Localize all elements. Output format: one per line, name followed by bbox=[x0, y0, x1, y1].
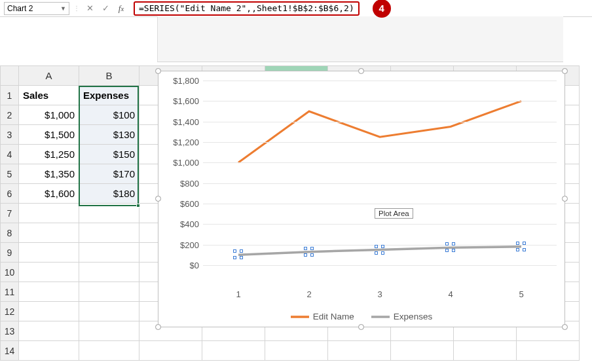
cell[interactable]: $1,350 bbox=[19, 164, 79, 184]
cell[interactable]: Expenses bbox=[79, 86, 139, 105]
legend-swatch-icon bbox=[371, 315, 390, 319]
gridline bbox=[203, 122, 557, 122]
cell[interactable]: $180 bbox=[79, 184, 139, 204]
cell[interactable] bbox=[79, 204, 139, 223]
cell[interactable] bbox=[79, 263, 139, 282]
cell[interactable]: Sales bbox=[19, 86, 79, 105]
resize-handle[interactable] bbox=[358, 68, 364, 74]
row-header[interactable]: 12 bbox=[1, 302, 19, 321]
cell[interactable] bbox=[79, 341, 139, 361]
chart-series-line[interactable] bbox=[238, 101, 521, 162]
cell[interactable]: $1,250 bbox=[19, 145, 79, 164]
cell[interactable] bbox=[19, 341, 79, 361]
gridline bbox=[203, 162, 557, 163]
cell[interactable] bbox=[265, 341, 328, 361]
y-axis-tick: $1,600 bbox=[168, 96, 199, 106]
cell[interactable]: $170 bbox=[79, 164, 139, 184]
chevron-down-icon[interactable]: ▼ bbox=[60, 5, 66, 12]
row-header[interactable]: 1 bbox=[1, 86, 19, 105]
worksheet[interactable]: ABCDEFGHI1SalesExpenses2$1,000$1003$1,50… bbox=[0, 65, 592, 364]
cell[interactable]: $1,600 bbox=[19, 184, 79, 204]
row-header[interactable]: 13 bbox=[1, 321, 19, 341]
row-header[interactable]: 8 bbox=[1, 223, 19, 243]
cell[interactable]: $1,000 bbox=[19, 105, 79, 125]
formula-input[interactable]: =SERIES("Edit Name 2",,Sheet1!$B$2:$B$6,… bbox=[134, 1, 360, 16]
resize-handle[interactable] bbox=[155, 68, 161, 74]
cell[interactable]: $100 bbox=[79, 105, 139, 125]
resize-handle[interactable] bbox=[155, 324, 161, 330]
row-header[interactable]: 9 bbox=[1, 243, 19, 263]
row-header[interactable]: 7 bbox=[1, 204, 19, 223]
gridline bbox=[203, 183, 557, 184]
column-header[interactable]: A bbox=[19, 66, 79, 86]
row-header[interactable]: 14 bbox=[1, 341, 19, 361]
data-point-marker[interactable] bbox=[377, 247, 383, 253]
cell[interactable] bbox=[79, 302, 139, 321]
cell[interactable] bbox=[328, 341, 391, 361]
y-axis-tick: $400 bbox=[168, 219, 199, 229]
resize-handle[interactable] bbox=[155, 196, 161, 202]
gridline bbox=[203, 265, 557, 266]
chart-svg bbox=[203, 81, 557, 283]
gridline bbox=[203, 204, 557, 204]
row-header[interactable]: 11 bbox=[1, 282, 19, 302]
cell[interactable] bbox=[391, 341, 454, 361]
data-point-marker[interactable] bbox=[518, 244, 525, 250]
cell[interactable] bbox=[19, 223, 79, 243]
resize-handle[interactable] bbox=[358, 324, 364, 330]
y-axis-tick: $200 bbox=[168, 240, 199, 249]
cell[interactable] bbox=[79, 243, 139, 263]
row-header[interactable]: 5 bbox=[1, 164, 19, 184]
step-badge: 4 bbox=[373, 0, 391, 18]
row-header[interactable]: 4 bbox=[1, 145, 19, 164]
cell[interactable] bbox=[454, 341, 517, 361]
x-axis-tick: 1 bbox=[236, 289, 240, 299]
row-header[interactable]: 2 bbox=[1, 105, 19, 125]
cell[interactable] bbox=[19, 282, 79, 302]
legend-swatch-icon bbox=[291, 315, 309, 319]
gridline bbox=[203, 245, 557, 246]
y-axis-tick: $1,000 bbox=[168, 158, 199, 168]
divider: ⋮ bbox=[73, 5, 80, 12]
resize-handle[interactable] bbox=[562, 68, 568, 74]
cell[interactable] bbox=[19, 204, 79, 223]
formula-text: =SERIES("Edit Name 2",,Sheet1!$B$2:$B$6,… bbox=[139, 3, 354, 13]
select-all-corner[interactable] bbox=[1, 66, 19, 86]
cell[interactable] bbox=[79, 223, 139, 243]
cell[interactable] bbox=[202, 341, 265, 361]
y-axis-tick: $800 bbox=[168, 178, 199, 188]
legend[interactable]: Edit Name Expenses bbox=[158, 312, 564, 321]
cell[interactable] bbox=[19, 302, 79, 321]
name-box[interactable]: Chart 2 ▼ bbox=[4, 2, 69, 15]
cell[interactable] bbox=[517, 341, 580, 361]
plot-area[interactable]: Plot Area $0$200$400$600$800$1,000$1,200… bbox=[203, 81, 557, 283]
name-box-value: Chart 2 bbox=[7, 4, 33, 13]
resize-handle[interactable] bbox=[562, 196, 568, 202]
cell[interactable] bbox=[79, 282, 139, 302]
data-point-marker[interactable] bbox=[306, 249, 312, 255]
fx-icon[interactable]: fx bbox=[115, 3, 127, 14]
cell[interactable]: $150 bbox=[79, 145, 139, 164]
cell[interactable]: $1,500 bbox=[19, 125, 79, 145]
cell[interactable] bbox=[79, 321, 139, 341]
row-header[interactable]: 3 bbox=[1, 125, 19, 145]
confirm-button[interactable]: ✓ bbox=[100, 3, 111, 14]
x-axis-tick: 5 bbox=[519, 289, 523, 299]
resize-handle[interactable] bbox=[562, 324, 568, 330]
cell[interactable]: $130 bbox=[79, 125, 139, 145]
legend-item[interactable]: Edit Name bbox=[291, 312, 354, 321]
legend-item[interactable]: Expenses bbox=[371, 312, 432, 321]
x-axis-tick: 4 bbox=[448, 289, 453, 299]
cell[interactable] bbox=[19, 263, 79, 282]
cell[interactable] bbox=[19, 243, 79, 263]
data-point-marker[interactable] bbox=[447, 244, 454, 251]
row-header[interactable]: 6 bbox=[1, 184, 19, 204]
x-axis-tick: 3 bbox=[377, 289, 382, 299]
cell[interactable] bbox=[139, 341, 202, 361]
row-header[interactable]: 10 bbox=[1, 263, 19, 282]
cancel-button[interactable]: ✕ bbox=[84, 3, 96, 14]
column-header[interactable]: B bbox=[79, 66, 139, 86]
cell[interactable] bbox=[19, 321, 79, 341]
data-point-marker[interactable] bbox=[235, 251, 242, 258]
chart-object[interactable]: Plot Area $0$200$400$600$800$1,000$1,200… bbox=[158, 71, 565, 327]
